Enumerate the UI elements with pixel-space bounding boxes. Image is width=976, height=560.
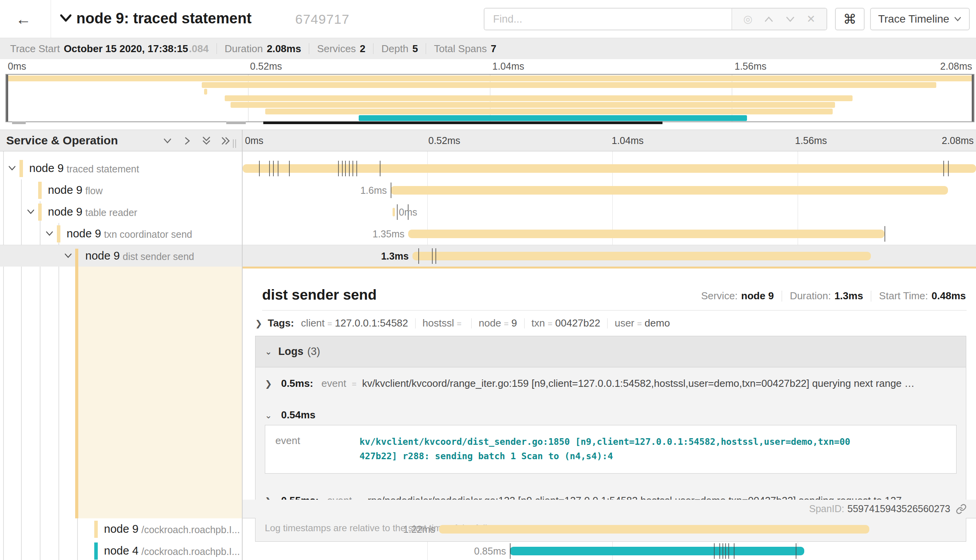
- span-rows-area: node 9traced statementnode 9flow1.6msnod…: [0, 151, 976, 560]
- span-duration-bar[interactable]: [408, 230, 884, 238]
- log-event-value: kv/kvclient/kvcoord/dist_sender.go:1850 …: [359, 435, 853, 464]
- expand-one-double-chevron-right-icon[interactable]: [220, 135, 233, 147]
- tick-label: 1.56ms: [795, 135, 827, 146]
- span-duration-label: 1.35ms: [373, 228, 405, 240]
- minimap-scroll-indicator[interactable]: [263, 121, 662, 124]
- find-controls: ◎ ✕: [731, 9, 826, 30]
- span-duration-label: 1.3ms: [381, 251, 409, 262]
- log-marker: [432, 248, 433, 264]
- equals-sign: =: [352, 379, 356, 388]
- log-marker: [722, 543, 723, 559]
- span-bar-zone[interactable]: 1.22ms: [243, 518, 976, 540]
- tags-row[interactable]: ❯ Tags: client=127.0.0.1:54582hostssl=no…: [255, 317, 670, 329]
- logs-header[interactable]: ⌄ Logs (3): [255, 336, 966, 367]
- minimap-span-bar: [204, 89, 207, 95]
- minimap-right-handle[interactable]: [972, 75, 974, 121]
- log-marker: [714, 543, 715, 559]
- find-clear-icon[interactable]: ✕: [807, 14, 816, 25]
- log-marker: [397, 204, 398, 220]
- span-operation-name: /cockroach.roachpb.I...: [141, 546, 240, 557]
- column-resize-handle[interactable]: [233, 139, 236, 148]
- span-row[interactable]: node 9txn coordinator send1.35ms: [0, 223, 976, 245]
- minimap-span-bar: [202, 82, 937, 88]
- collapse-one-chevron-right-icon[interactable]: [181, 135, 194, 147]
- span-service-name: node 9: [29, 162, 64, 175]
- span-bar-zone[interactable]: 0.85ms: [243, 540, 976, 560]
- log-marker: [435, 248, 436, 264]
- span-row[interactable]: node 4/cockroach.roachpb.I...0.85ms: [0, 540, 976, 560]
- collapse-all-chevron-down-icon[interactable]: [162, 135, 174, 147]
- span-operation-name: txn coordinator send: [104, 229, 192, 240]
- expand-all-double-chevron-down-icon[interactable]: [201, 135, 213, 147]
- span-operation-name: table reader: [85, 207, 137, 218]
- log-time: 0.54ms: [281, 409, 315, 421]
- divider: [782, 291, 782, 302]
- span-service-name: node 9: [48, 205, 83, 218]
- chevron-right-icon: ❯: [265, 379, 272, 389]
- span-service-name: node 9: [104, 523, 139, 535]
- log-marker: [728, 543, 729, 559]
- span-duration-bar[interactable]: [412, 252, 871, 260]
- log-event-table: event kv/kvclient/kvcoord/dist_sender.go…: [265, 425, 957, 474]
- span-service-name: node 4: [104, 544, 139, 557]
- span-bar-zone[interactable]: 1.35ms: [243, 223, 976, 245]
- span-bar-zone[interactable]: 1.6ms: [243, 179, 976, 201]
- span-duration-bar[interactable]: [391, 186, 948, 195]
- span-row[interactable]: node 9traced statement: [0, 158, 976, 179]
- collapse-title-chevron-icon[interactable]: [58, 12, 73, 24]
- row-chevron-down-icon[interactable]: [44, 229, 55, 238]
- back-button[interactable]: ←: [12, 9, 35, 29]
- keyboard-shortcuts-button[interactable]: ⌘: [835, 8, 865, 30]
- log-entry[interactable]: ❯ 0.5ms: event = kv/kvclient/kvcoord/ran…: [255, 367, 966, 399]
- span-color-bar: [94, 542, 98, 560]
- trace-timeline-dropdown[interactable]: Trace Timeline: [870, 8, 970, 30]
- find-input[interactable]: [484, 9, 731, 30]
- minimap-scrubber[interactable]: [5, 121, 974, 124]
- minimap-span-bar: [225, 95, 853, 101]
- log-time: 0.5ms:: [281, 377, 313, 389]
- find-prev-icon[interactable]: [764, 16, 774, 23]
- span-row[interactable]: node 9table reader0ms: [0, 201, 976, 223]
- span-bar-zone[interactable]: [243, 158, 976, 179]
- span-row[interactable]: node 9/cockroach.roachpb.I...1.22ms: [0, 518, 976, 540]
- span-duration-bar[interactable]: [510, 547, 804, 555]
- trace-summary-bar: Trace StartOctober 15 2020, 17:38:15.084…: [0, 38, 976, 59]
- log-marker: [342, 161, 343, 176]
- minimap-span-bar: [6, 75, 974, 81]
- divider: [607, 318, 608, 328]
- log-marker: [259, 161, 260, 176]
- meta-label: Duration:: [790, 290, 831, 302]
- minimap-scroll-block[interactable]: [12, 121, 26, 124]
- link-icon[interactable]: [956, 504, 967, 514]
- span-color-bar: [57, 225, 60, 242]
- tag-item: user=demo: [615, 317, 670, 329]
- span-bar-zone[interactable]: 0ms: [243, 201, 976, 223]
- log-marker: [943, 161, 944, 176]
- log-marker: [391, 183, 391, 198]
- find-bar: ◎ ✕: [484, 8, 827, 30]
- span-row[interactable]: node 9dist sender send1.3ms: [0, 245, 976, 267]
- span-bar-zone[interactable]: 1.3ms: [243, 245, 976, 267]
- span-color-bar: [38, 182, 42, 199]
- column-divider[interactable]: [242, 130, 243, 560]
- span-row[interactable]: node 9flow1.6ms: [0, 179, 976, 201]
- row-chevron-down-icon[interactable]: [63, 251, 73, 260]
- row-chevron-down-icon[interactable]: [26, 207, 36, 216]
- minimap-canvas[interactable]: [5, 74, 974, 122]
- span-duration-bar[interactable]: [393, 208, 395, 216]
- chevron-down-icon: [954, 16, 962, 22]
- minimap-left-handle[interactable]: [6, 75, 8, 121]
- detail-names-backdrop: [78, 267, 243, 518]
- find-next-icon[interactable]: [785, 16, 795, 23]
- tree-guide: [58, 223, 59, 560]
- divider: [426, 43, 426, 54]
- minimap-scroll-block[interactable]: [226, 121, 246, 124]
- span-duration-bar[interactable]: [439, 525, 869, 534]
- span-duration-label: 1.22ms: [403, 524, 435, 535]
- trace-minimap: 0ms0.52ms1.04ms1.56ms2.08ms: [0, 59, 976, 130]
- log-marker: [289, 161, 290, 176]
- locate-icon[interactable]: ◎: [743, 14, 752, 25]
- divider: [309, 43, 309, 54]
- log-entry-expanded[interactable]: ⌄ 0.54ms: [255, 399, 966, 423]
- row-chevron-down-icon[interactable]: [7, 164, 17, 172]
